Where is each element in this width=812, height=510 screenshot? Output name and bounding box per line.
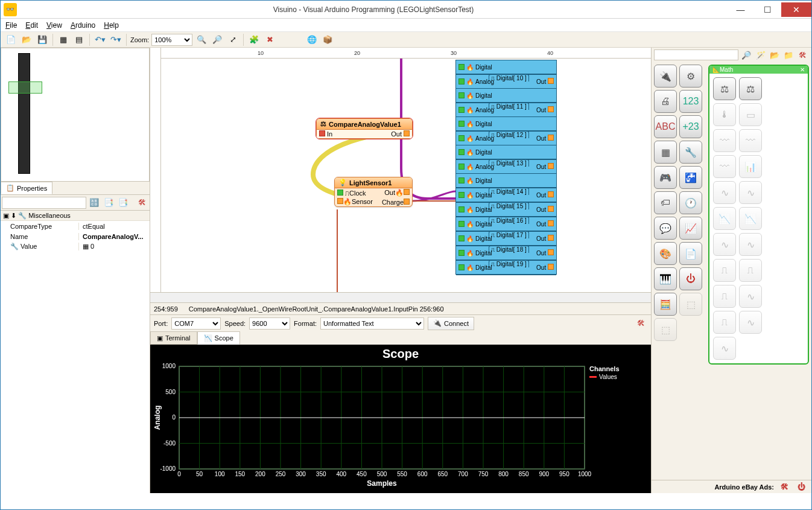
board-pin[interactable]	[458, 177, 465, 183]
pal-item-icon[interactable]: ∿	[713, 181, 736, 204]
pal-cat-icon[interactable]: 🏷	[654, 191, 677, 214]
port-out[interactable]	[404, 189, 410, 195]
prop-collapse-icon[interactable]: 📑	[116, 196, 130, 209]
prop-sort-icon[interactable]: 🔠	[87, 196, 101, 209]
pal-cat-icon[interactable]: ⏻	[679, 267, 702, 290]
arduino-board[interactable]: 🔥 Digital⎍ Digital[ 10 ]🔥 AnalogOut 🔥 Di…	[455, 60, 557, 275]
pal-cat-icon[interactable]: 🎨	[654, 242, 677, 265]
tab-terminal[interactable]: ▣Terminal	[150, 331, 197, 345]
close-button[interactable]: ✕	[781, 2, 811, 17]
prop-expand-icon[interactable]: 📑	[102, 196, 115, 209]
pal-cat-icon[interactable]: 📄	[679, 242, 702, 265]
board-pin[interactable]	[458, 250, 465, 256]
board-pin-out[interactable]	[548, 249, 554, 255]
menu-edit[interactable]: Edit	[25, 21, 38, 30]
node-light-sensor[interactable]: 💡LightSensor1 ⎍Clock Out🔥 🔥Sensor Charge	[334, 177, 413, 207]
speed-select[interactable]: 9600	[249, 317, 290, 330]
minimize-button[interactable]: —	[727, 2, 754, 17]
pal-cat-icon[interactable]: ⬚	[654, 318, 677, 341]
port-out[interactable]	[404, 130, 410, 136]
board-pin[interactable]	[458, 121, 465, 127]
pal-item-icon[interactable]: 〰	[713, 155, 736, 178]
pal-cat-icon[interactable]: ⬚	[679, 293, 702, 316]
port-clock[interactable]	[337, 190, 343, 196]
pal-item-icon[interactable]: 〰	[713, 129, 736, 152]
board-pin-out[interactable]	[548, 191, 554, 197]
pal-item-icon[interactable]: ∿	[739, 311, 762, 334]
pal-cat-icon[interactable]: 💬	[654, 217, 677, 240]
pal-item-icon[interactable]: 〰	[739, 129, 762, 152]
board-pin-out[interactable]	[548, 135, 554, 141]
build-icon[interactable]: 📦	[321, 33, 334, 46]
board-pin[interactable]	[458, 92, 465, 98]
pal-item-icon[interactable]: 🌡	[713, 103, 736, 126]
search-icon[interactable]: 🔎	[740, 48, 752, 62]
port-in[interactable]	[319, 130, 325, 136]
prop-tools-icon[interactable]: 🛠	[135, 196, 148, 209]
pal-cat-icon[interactable]: 🎹	[654, 267, 677, 290]
pal-item-icon[interactable]: ∿	[739, 285, 762, 308]
pal-cat-icon[interactable]: 🕐	[679, 191, 702, 214]
board-pin-out[interactable]	[548, 106, 554, 112]
board-pin-out[interactable]	[548, 264, 554, 270]
board-pin[interactable]	[458, 149, 465, 155]
pal-item-icon[interactable]: 📉	[739, 207, 762, 230]
pal-cat-icon[interactable]: 🚰	[679, 166, 702, 189]
pal-cat-icon[interactable]: ABC	[654, 115, 677, 138]
design-canvas[interactable]: 10 20 30 40 ⚖CompareAnalogValue1 In Out	[150, 48, 651, 292]
pal-cat-icon[interactable]: 🧮	[654, 293, 677, 316]
board-pin-out[interactable]	[548, 163, 554, 169]
zoom-in-icon[interactable]: 🔍	[195, 33, 208, 46]
port-select[interactable]: COM7	[171, 317, 221, 330]
serial-tools-icon[interactable]: 🛠	[634, 317, 647, 330]
folder-icon[interactable]: 📂	[769, 48, 781, 62]
node-compare-analog[interactable]: ⚖CompareAnalogValue1 In Out	[316, 118, 413, 139]
pal-item-icon[interactable]: ∿	[739, 233, 762, 256]
pal-cat-icon[interactable]: 🔌	[654, 65, 677, 88]
board-pin-out[interactable]	[548, 206, 554, 212]
component-icon[interactable]: 🧩	[247, 33, 261, 46]
board-pin[interactable]	[458, 64, 465, 70]
pal-item-icon[interactable]: ⎍	[713, 311, 736, 334]
zoom-out-icon[interactable]: 🔎	[211, 33, 224, 46]
pal-item-icon[interactable]: 📉	[713, 207, 736, 230]
snap-icon[interactable]: ▤	[72, 33, 86, 46]
palette-search-input[interactable]	[654, 49, 738, 60]
board-pin[interactable]	[458, 78, 465, 84]
tab-scope[interactable]: 📉Scope	[197, 331, 240, 345]
pal-cat-icon[interactable]: ▦	[654, 141, 677, 164]
menu-view[interactable]: View	[46, 21, 62, 30]
property-grid[interactable]: ▣ ⬇ 🔧 Miscellaneous CompareTypectEqual N…	[1, 211, 150, 493]
board-pin[interactable]	[458, 135, 465, 141]
group-close-icon[interactable]: ✕	[800, 66, 805, 73]
redo-icon[interactable]: ↷▾	[109, 33, 122, 46]
board-pin-out[interactable]	[548, 235, 554, 241]
pal-item-icon[interactable]: ⎍	[739, 259, 762, 282]
fold-icon[interactable]: 📁	[782, 48, 795, 62]
zoom-fit-icon[interactable]: ⤢	[226, 33, 239, 46]
port-charge[interactable]	[404, 199, 410, 205]
board-pin[interactable]	[458, 206, 465, 212]
new-icon[interactable]: 📄	[4, 33, 17, 46]
tab-properties[interactable]: 📋 Properties	[1, 182, 52, 194]
zoom-select[interactable]: 100%	[151, 34, 192, 46]
pal-cat-icon[interactable]: 🎮	[654, 166, 677, 189]
board-pin[interactable]	[458, 264, 465, 270]
menu-arduino[interactable]: Arduino	[71, 21, 95, 30]
pal-cat-icon[interactable]: ⚙	[679, 65, 702, 88]
pal-cat-icon[interactable]: 🖨	[654, 90, 677, 113]
pal-cat-icon[interactable]: 123	[679, 90, 702, 113]
pal-cat-icon[interactable]: +23	[679, 115, 702, 138]
pal-item-icon[interactable]: 📊	[739, 155, 762, 178]
board-pin[interactable]	[458, 192, 465, 198]
board-pin[interactable]	[458, 221, 465, 227]
pal-item-icon[interactable]: ⚖	[713, 77, 736, 100]
property-category[interactable]: ▣ ⬇ 🔧 Miscellaneous	[1, 211, 150, 221]
board-pin[interactable]	[458, 164, 465, 170]
scope-panel[interactable]: Scope05010015020025030035040045050055060…	[150, 345, 651, 493]
pal-item-icon[interactable]: ⚖	[739, 77, 762, 100]
pal-item-icon[interactable]: ⎍	[713, 285, 736, 308]
board-pin[interactable]	[458, 107, 465, 113]
open-icon[interactable]: 📂	[20, 33, 33, 46]
pal-item-icon[interactable]: ∿	[713, 337, 736, 360]
